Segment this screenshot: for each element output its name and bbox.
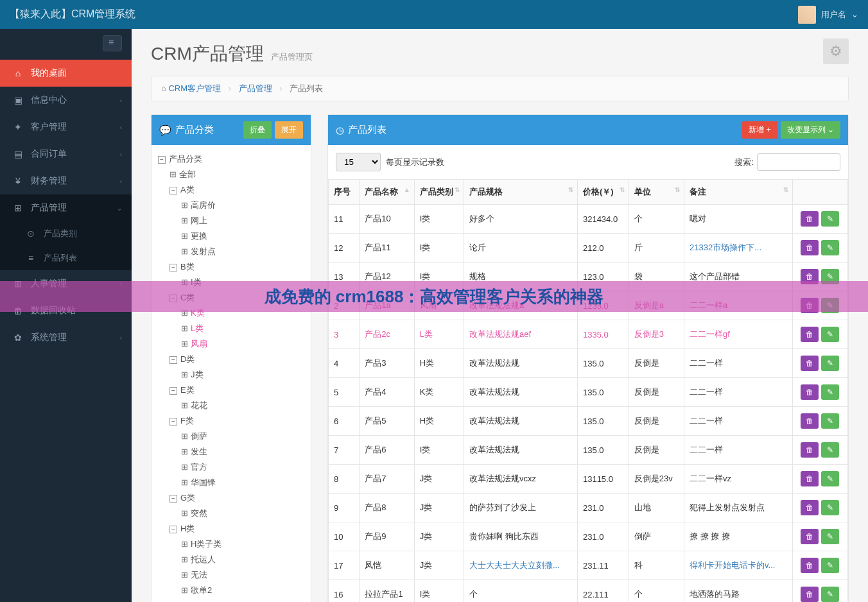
delete-button[interactable]: 🗑 [801,471,819,486]
tree-node[interactable]: −产品分类 [158,151,304,167]
tree-node[interactable]: ⊞高房价 [158,198,304,213]
delete-button[interactable]: 🗑 [801,327,819,342]
tree-node[interactable]: ⊞无法 [158,567,304,583]
edit-button[interactable]: ✎ [821,240,839,255]
edit-button[interactable]: ✎ [821,587,839,602]
tree-node[interactable]: ⊞发射点 [158,244,304,259]
tree-node[interactable]: ⊞K类 [158,305,304,321]
user-menu[interactable]: 用户名 ⌄ [798,6,858,24]
delete-button[interactable]: 🗑 [801,587,819,602]
tree-node[interactable]: −G类 [158,490,304,506]
collapse-button[interactable]: 折叠 [243,121,272,139]
edit-button[interactable]: ✎ [821,211,839,227]
tree-node[interactable]: −A类 [158,182,304,198]
edit-button[interactable]: ✎ [821,471,839,486]
delete-button[interactable]: 🗑 [801,269,819,284]
tree-node[interactable]: ⊞L类 [158,321,304,336]
tree-node[interactable]: ⊞花花 [158,398,304,413]
tree-node[interactable]: −B类 [158,259,304,275]
edit-button[interactable]: ✎ [821,384,839,400]
tree-node[interactable]: ⊞更换 [158,228,304,244]
sidebar-item[interactable]: ▣信息中心‹ [0,87,132,114]
tree-node[interactable]: −F类 [158,413,304,429]
tree-toggle[interactable]: − [158,156,166,164]
cell-spec[interactable]: 大士大夫士大夫立刻撒... [464,551,578,580]
tree-node[interactable]: ⊞倒萨 [158,429,304,444]
tree-node[interactable]: ⊞突然 [158,506,304,521]
submenu-item[interactable]: ≡产品列表 [13,246,132,270]
search-input[interactable] [757,153,840,171]
sidebar-item[interactable]: ⌂我的桌面 [0,60,132,87]
edit-button[interactable]: ✎ [821,413,839,429]
breadcrumb-item[interactable]: 产品管理 [239,83,272,93]
breadcrumb-item[interactable]: CRM客户管理 [168,83,221,93]
add-button[interactable]: 新增 + [742,121,777,139]
cell-price: 231.0 [577,522,629,551]
tree-node[interactable]: −E类 [158,383,304,398]
column-header[interactable]: 产品名称▲ [360,180,414,205]
tree-toggle[interactable]: − [169,495,177,503]
edit-button[interactable]: ✎ [821,558,839,573]
column-header[interactable]: 备注⇅ [684,180,793,205]
submenu-item[interactable]: ⊙产品类别 [13,221,132,246]
tree-node[interactable]: −C类 [158,290,304,305]
tree-node[interactable]: −D类 [158,352,304,367]
column-header[interactable]: 产品类别⇅ [414,180,464,205]
tree-toggle[interactable]: − [169,264,177,271]
delete-button[interactable]: 🗑 [801,500,819,515]
delete-button[interactable]: 🗑 [801,298,819,313]
column-header[interactable]: 单位⇅ [629,180,684,205]
tree-toggle[interactable]: − [169,187,177,194]
column-header[interactable] [792,180,847,205]
column-header[interactable]: 序号 [329,180,360,205]
delete-button[interactable]: 🗑 [801,529,819,544]
tree-node[interactable]: ⊞官方 [158,460,304,475]
sidebar-item[interactable]: ⊞产品管理⌄ [0,194,132,221]
edit-button[interactable]: ✎ [821,500,839,515]
edit-button[interactable]: ✎ [821,356,839,371]
sidebar-item[interactable]: ▤合同订单‹ [0,141,132,168]
sidebar-item[interactable]: ✦客户管理‹ [0,114,132,141]
edit-button[interactable]: ✎ [821,298,839,313]
delete-button[interactable]: 🗑 [801,558,819,573]
tree-node[interactable]: ⊞风扇 [158,336,304,352]
cell-note[interactable]: 21332市场操作下... [684,234,793,262]
delete-button[interactable]: 🗑 [801,384,819,400]
edit-button[interactable]: ✎ [821,442,839,458]
tree-node[interactable]: ⊞发生 [158,444,304,460]
expand-button[interactable]: 展开 [275,121,303,139]
tree-node[interactable]: −H类 [158,521,304,537]
tree-toggle[interactable]: − [169,526,177,533]
tree-node[interactable]: ⊞I类 [158,275,304,290]
edit-button[interactable]: ✎ [821,529,839,544]
delete-button[interactable]: 🗑 [801,240,819,255]
page-size-select[interactable]: 15 [336,153,381,171]
delete-button[interactable]: 🗑 [801,211,819,227]
tree-toggle[interactable]: − [169,387,177,395]
tree-node[interactable]: ⊞网上 [158,213,304,228]
sidebar-item[interactable]: 🗑数据回收站 [0,297,132,324]
column-header[interactable]: 产品规格⇅ [464,180,578,205]
tree-node[interactable]: ⊞歌单2 [158,583,304,598]
delete-button[interactable]: 🗑 [801,356,819,371]
tree-node[interactable]: ⊞华国锋 [158,475,304,490]
sidebar-toggle-button[interactable] [103,35,122,51]
sidebar-item[interactable]: ⊞人事管理‹ [0,270,132,297]
settings-button[interactable]: ⚙ [823,39,849,64]
columns-button[interactable]: 改变显示列 ⌄ [781,121,840,139]
sidebar-item[interactable]: ✿系统管理‹ [0,324,132,351]
delete-button[interactable]: 🗑 [801,442,819,458]
tree-node[interactable]: ⊞J类 [158,367,304,383]
column-header[interactable]: 价格(￥)⇅ [577,180,629,205]
delete-button[interactable]: 🗑 [801,413,819,429]
tree-node[interactable]: ⊞全部 [158,167,304,182]
tree-node[interactable]: ⊞托运人 [158,552,304,567]
edit-button[interactable]: ✎ [821,327,839,342]
tree-node[interactable]: ⊞H类子类 [158,537,304,552]
edit-button[interactable]: ✎ [821,269,839,284]
tree-toggle[interactable]: − [169,295,177,302]
cell-note[interactable]: 得利卡开始电话卡的v... [684,551,793,580]
tree-toggle[interactable]: − [169,356,177,364]
sidebar-item[interactable]: ¥财务管理‹ [0,168,132,194]
tree-toggle[interactable]: − [169,418,177,426]
